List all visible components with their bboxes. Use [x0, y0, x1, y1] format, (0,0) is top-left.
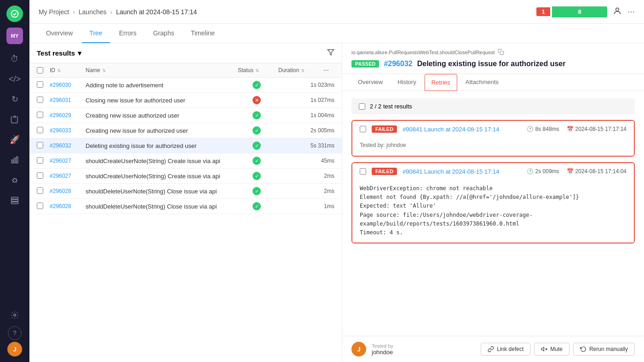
right-panel: io.qameta.allure.PullRequestsWebTest.sho…	[342, 43, 644, 362]
pass-icon: ✓	[253, 187, 261, 195]
code-icon[interactable]: </>	[6, 70, 24, 88]
retry-checkbox[interactable]	[360, 126, 366, 132]
test-results-title[interactable]: Test results ▾	[37, 49, 81, 57]
content-area: Test results ▾ ID ⇅	[29, 43, 644, 362]
row-checkbox[interactable]	[37, 112, 46, 119]
table-row[interactable]: #296032 Deleting existing issue for auth…	[29, 138, 342, 153]
topbar-right: 1 8 ⋯	[536, 6, 635, 17]
row-checkbox[interactable]	[37, 127, 46, 135]
right-panel-header: io.qameta.allure.PullRequestsWebTest.sho…	[342, 43, 644, 74]
more-options-icon[interactable]: ⋯	[627, 7, 635, 16]
table-row[interactable]: #296027 shouldCreateUserNote(String) Cre…	[29, 153, 342, 169]
chart-icon[interactable]	[6, 151, 24, 169]
mute-button[interactable]: Mute	[534, 343, 569, 356]
server-icon[interactable]	[6, 191, 24, 209]
table-row[interactable]: #296027 shouldCreateUserNote(String) Cre…	[29, 169, 342, 184]
right-panel-content: 2 / 2 test results FAILED #90841 Launch …	[342, 91, 644, 336]
th-id[interactable]: ID ⇅	[50, 67, 82, 74]
row-checkbox[interactable]	[37, 96, 46, 104]
row-status: ✓	[253, 81, 289, 89]
table-row[interactable]: #296028 shouldDeleteUserNote(String) Clo…	[29, 184, 342, 199]
rerun-button[interactable]: Rerun manually	[573, 343, 635, 356]
row-checkbox[interactable]	[37, 142, 46, 150]
copy-icon[interactable]	[498, 49, 504, 56]
svg-rect-1	[14, 116, 16, 118]
row-checkbox[interactable]	[37, 203, 46, 210]
tab-errors[interactable]: Errors	[112, 24, 144, 43]
row-checkbox[interactable]	[37, 172, 46, 180]
row-checkbox[interactable]	[37, 157, 46, 165]
test-path-text: io.qameta.allure.PullRequestsWebTest.sho…	[351, 50, 495, 55]
row-duration: 45ms	[293, 158, 334, 164]
calendar-icon: 📅	[567, 168, 574, 175]
tab-right-retries[interactable]: Retries	[425, 74, 457, 91]
row-duration: 2ms	[293, 188, 334, 194]
table-row[interactable]: #296028 shouldDeleteUserNote(String) Clo…	[29, 199, 342, 214]
retry-card: FAILED #90841 Launch at 2024-08-15 17:14…	[351, 120, 635, 157]
svg-rect-12	[500, 51, 504, 55]
pass-icon: ✓	[253, 157, 261, 165]
tab-tree[interactable]: Tree	[82, 24, 109, 43]
right-footer: J Tested by johndoe Link defect	[342, 336, 644, 362]
tab-timeline[interactable]: Timeline	[184, 24, 222, 43]
test-id: #296032	[384, 60, 412, 68]
table-body: #296030 Adding note to advertisement ✓ 1…	[29, 78, 342, 362]
clock-icon: 🕐	[527, 168, 534, 175]
svg-point-0	[12, 11, 18, 17]
select-all-checkbox[interactable]	[37, 67, 43, 74]
passed-badge: PASSED	[351, 60, 379, 68]
bug-icon[interactable]	[6, 171, 24, 189]
row-duration: 2ms	[293, 173, 334, 179]
refresh-icon[interactable]: ↻	[6, 90, 24, 108]
th-duration[interactable]: Duration ⇅	[278, 67, 320, 74]
clipboard-icon[interactable]	[6, 110, 24, 129]
test-title: PASSED #296032 Deleting existing issue f…	[351, 60, 635, 68]
footer-avatar: J	[351, 342, 366, 356]
retry-body: WebDriverException: chrome not reachable…	[352, 180, 634, 243]
row-name: Deleting existing issue for authorized u…	[86, 142, 249, 149]
sort-status-icon: ⇅	[255, 68, 259, 73]
sort-duration-icon: ⇅	[301, 68, 305, 73]
retry-launch-link[interactable]: #90841 Launch at 2024-08-15 17:14	[402, 168, 499, 175]
tab-right-overview[interactable]: Overview	[351, 74, 389, 91]
dashboard-icon[interactable]: ⏱	[6, 50, 24, 68]
retry-error: WebDriverException: chrome not reachable…	[360, 184, 627, 237]
tab-overview[interactable]: Overview	[39, 24, 80, 43]
user-avatar-bottom[interactable]: J	[7, 342, 22, 356]
filter-icon[interactable]	[327, 49, 334, 57]
row-checkbox[interactable]	[37, 81, 46, 89]
table-row[interactable]: #296029 Creating new issue authorized us…	[29, 108, 342, 123]
retries-select-all[interactable]	[359, 103, 365, 110]
retry-checkbox[interactable]	[360, 168, 366, 175]
avatar-icon[interactable]	[613, 6, 622, 17]
settings-icon[interactable]	[6, 306, 24, 324]
table-row[interactable]: #296033 Creating new issue for authorize…	[29, 123, 342, 138]
row-checkbox[interactable]	[37, 187, 46, 195]
retry-launch-link[interactable]: #90841 Launch at 2024-08-15 17:14	[402, 126, 499, 133]
row-name: shouldCreateUserNote(String) Create issu…	[86, 173, 249, 180]
row-id: #296028	[50, 203, 82, 209]
th-more[interactable]: ⋯	[323, 67, 334, 74]
table-row[interactable]: #296031 Closing new issue for authorized…	[29, 93, 342, 108]
tab-graphs[interactable]: Graphs	[146, 24, 182, 43]
retries-header: 2 / 2 test results	[351, 98, 635, 114]
tab-right-history[interactable]: History	[391, 74, 422, 91]
row-id: #296027	[50, 173, 82, 179]
app-logo[interactable]	[6, 6, 23, 22]
link-defect-button[interactable]: Link defect	[481, 343, 530, 356]
topbar: My Project › Launches › Launch at 2024-0…	[29, 0, 644, 24]
breadcrumb-project[interactable]: My Project	[39, 8, 69, 16]
retry-card-header: FAILED #90841 Launch at 2024-08-15 17:14…	[352, 163, 634, 180]
fail-icon: ✕	[253, 96, 261, 104]
th-name[interactable]: Name ⇅	[86, 67, 234, 74]
breadcrumb-launches[interactable]: Launches	[79, 8, 107, 16]
help-icon[interactable]: ?	[8, 326, 22, 340]
tab-right-attachments[interactable]: Attachments	[459, 74, 505, 91]
row-status: ✓	[253, 126, 289, 135]
pass-icon: ✓	[253, 81, 261, 89]
row-id: #296030	[50, 82, 82, 88]
table-row[interactable]: #296030 Adding note to advertisement ✓ 1…	[29, 78, 342, 93]
rocket-icon[interactable]: 🚀	[6, 130, 24, 149]
th-status[interactable]: Status ⇅	[238, 67, 275, 74]
project-avatar[interactable]: MY	[6, 28, 23, 44]
